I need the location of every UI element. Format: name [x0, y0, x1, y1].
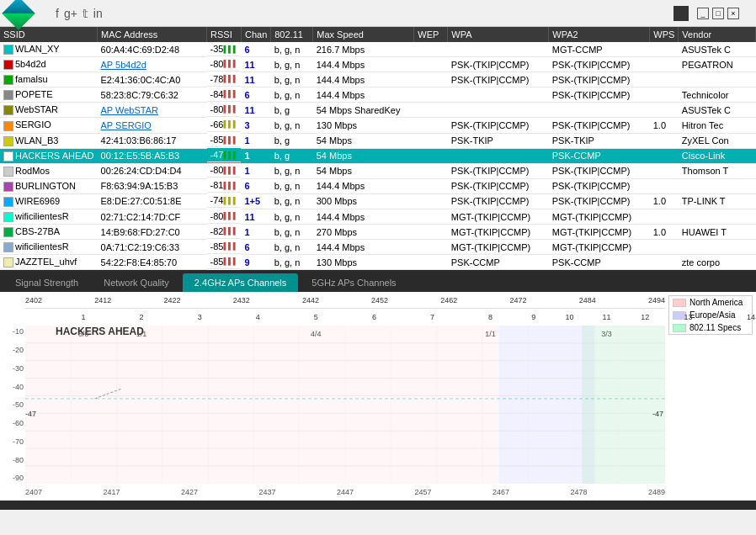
channel-number-1: 1: [82, 313, 86, 321]
table-row: BURLINGTONF8:63:94:9A:15:B3-81▌▌▌6b, g, …: [0, 178, 756, 193]
channel-number-9: 9: [531, 313, 535, 321]
col-protocol[interactable]: 802.11: [271, 27, 313, 42]
network-color-dot: [3, 60, 13, 70]
channel-count-8: 1/1: [485, 330, 496, 338]
table-row: RodMos00:26:24:CD:D4:D4-80▌▌▌1b, g, n54 …: [0, 163, 756, 178]
rssi-left-label: -47: [25, 410, 36, 418]
table-row: WLAN_B342:41:03:B6:86:17-85▌▌▌1b, g54 Mb…: [0, 133, 756, 148]
table-row: WebSTARAP WebSTAR-80▌▌▌11b, g54 Mbps Sha…: [0, 103, 756, 118]
table-row: HACKERS AHEAD00:12:E5:5B:A5:B3-47▌▌▌1b, …: [0, 148, 756, 163]
network-color-dot: [3, 75, 13, 85]
table-row: JAZZTEL_uhvf54:22:F8:E4:85:70-85▌▌▌9b, g…: [0, 255, 756, 270]
window-controls: _ □ ×: [673, 6, 749, 21]
channel-number-3: 3: [198, 313, 202, 321]
channel-number-10: 10: [566, 313, 574, 321]
rssi-right-label: -47: [652, 410, 663, 418]
table-row: wificilientesR02:71:C2:14:7D:CF-80▌▌▌11b…: [0, 209, 756, 225]
col-vendor[interactable]: Vendor: [679, 27, 756, 42]
network-color-dot: [3, 257, 13, 268]
table-row: CBS-27BA14:B9:68:FD:27:C0-82▌▌▌1b, g, n2…: [0, 225, 756, 240]
channel-number-14: 14: [747, 313, 755, 321]
record-button[interactable]: [673, 6, 689, 21]
tab-24ghz[interactable]: 2.4GHz APs Channels: [183, 273, 298, 292]
table-row: 5b4d2dAP 5b4d2d-80▌▌▌11b, g, n144.4 Mbps…: [0, 57, 756, 72]
network-color-dot: [3, 182, 13, 192]
col-chan[interactable]: Chan: [241, 27, 270, 42]
network-color-dot: [3, 242, 13, 252]
minimize-button[interactable]: _: [697, 8, 709, 19]
channel-number-11: 11: [603, 313, 611, 321]
table-row: POPETE58:23:8C:79:C6:32-84▌▌▌6b, g, n144…: [0, 87, 756, 103]
network-color-dot: [3, 121, 13, 131]
channel-number-12: 12: [641, 313, 649, 321]
tab-5ghz[interactable]: 5GHz APs Channels: [300, 273, 407, 292]
col-rssi[interactable]: RSSI: [207, 27, 242, 42]
channel-count-1: 6/6: [78, 330, 89, 338]
table-row: WIRE6969E8:DE:27:C0:51:8E-74▌▌▌1+5b, g, …: [0, 193, 756, 209]
top-freq-labels: 2402 2412 2422 2432 2442 2452 2462 2472 …: [25, 292, 665, 309]
channel-count-5: 4/4: [311, 330, 322, 338]
table-row: wificilientesR0A:71:C2:19:C6:33-85▌▌▌6b,…: [0, 240, 756, 255]
network-color-dot: [3, 212, 13, 222]
channel-count-2: 1/1: [136, 330, 147, 338]
legend-north-america: North America: [669, 296, 752, 309]
tab-network-quality[interactable]: Network Quality: [92, 273, 181, 292]
col-wps[interactable]: WPS: [650, 27, 679, 42]
channel-chart-svg: [25, 326, 665, 484]
linkedin-icon[interactable]: in: [93, 7, 103, 20]
twitter-icon[interactable]: 𝕥: [83, 7, 88, 20]
channel-number-13: 13: [684, 313, 693, 321]
network-color-dot: [3, 90, 13, 100]
col-maxspeed[interactable]: Max Speed: [313, 27, 414, 42]
chart-area: North America Europe/Asia 802.11 Specs 2…: [0, 292, 756, 501]
network-color-dot: [3, 136, 13, 146]
googleplus-icon[interactable]: g+: [64, 7, 77, 20]
network-color-dot: [3, 105, 13, 115]
app-logo: [2, 0, 35, 29]
table-row: SERGIOAP SERGIO-66▌▌▌3b, g, n130 MbpsPSK…: [0, 118, 756, 133]
channel-count-11: 3/3: [601, 330, 612, 338]
table-header: SSID MAC Address RSSI Chan 802.11 Max Sp…: [0, 27, 756, 42]
channel-numbers-row: 1234567891011121314: [25, 309, 756, 326]
svg-rect-1: [498, 326, 594, 484]
channel-number-8: 8: [488, 313, 492, 321]
tab-signal-strength[interactable]: Signal Strength: [3, 273, 90, 292]
title-bar: f g+ 𝕥 in _ □ ×: [0, 0, 756, 27]
network-color-dot: [3, 227, 13, 237]
social-links: f g+ 𝕥 in: [56, 7, 103, 20]
table-row: WLAN_XY60:A4:4C:69:D2:48-35▌▌▌6b, g, n21…: [0, 42, 756, 57]
col-wpa[interactable]: WPA: [448, 27, 549, 42]
x-axis-bottom: 2407 2417 2427 2437 2447 2457 2467 2478 …: [25, 484, 665, 501]
maximize-button[interactable]: □: [712, 8, 724, 19]
channel-number-2: 2: [140, 313, 144, 321]
tab-bar: Signal Strength Network Quality 2.4GHz A…: [0, 270, 756, 292]
channel-number-7: 7: [430, 313, 434, 321]
network-color-dot: [3, 45, 13, 55]
svg-rect-2: [582, 326, 665, 484]
col-wpa2[interactable]: WPA2: [549, 27, 650, 42]
channel-number-5: 5: [314, 313, 318, 321]
col-mac[interactable]: MAC Address: [98, 27, 207, 42]
channel-counts-row: 6/61/14/41/13/3: [25, 326, 756, 342]
network-color-dot: [3, 167, 13, 177]
channel-number-6: 6: [372, 313, 376, 321]
col-wep[interactable]: WEP: [414, 27, 448, 42]
facebook-icon[interactable]: f: [56, 7, 59, 20]
svg-rect-0: [25, 326, 498, 484]
y-axis: -10 -20 -30 -40 -50 -60 -70 -80 -90: [0, 326, 25, 484]
col-ssid[interactable]: SSID: [0, 27, 98, 42]
bottom-panel: Signal Strength Network Quality 2.4GHz A…: [0, 270, 756, 510]
channel-number-4: 4: [256, 313, 260, 321]
close-button[interactable]: ×: [727, 8, 739, 19]
network-table: SSID MAC Address RSSI Chan 802.11 Max Sp…: [0, 27, 756, 270]
network-color-dot: [3, 197, 13, 207]
network-color-dot: [3, 151, 13, 162]
table-row: famalsuE2:41:36:0C:4C:A0-78▌▌▌11b, g, n1…: [0, 72, 756, 87]
